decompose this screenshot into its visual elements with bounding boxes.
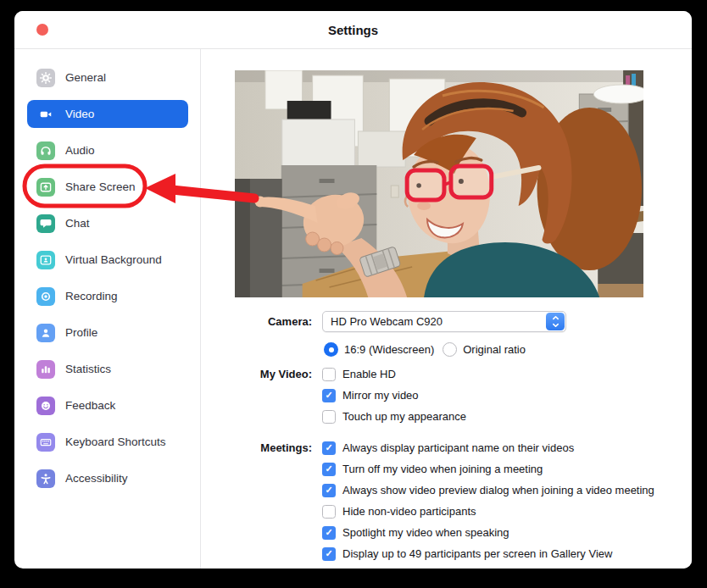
camera-select-value: HD Pro Webcam C920: [331, 315, 443, 328]
sidebar-item-label: Audio: [65, 144, 95, 157]
checkbox-row-touch-up-my-appearance[interactable]: Touch up my appearance: [322, 406, 466, 427]
virtual-background-icon: [36, 251, 55, 269]
headphones-icon: [36, 141, 55, 160]
camera-label: Camera:: [201, 311, 319, 332]
title-bar: Settings: [14, 11, 692, 49]
sidebar-item-label: General: [65, 71, 106, 84]
record-icon: [36, 287, 55, 306]
sidebar-item-label: Accessibility: [65, 472, 128, 485]
checkbox[interactable]: [322, 484, 336, 497]
checkbox[interactable]: [322, 389, 336, 402]
chat-bubble-icon: [36, 214, 55, 233]
checkbox-row-always-display-participant-name[interactable]: Always display participant name on their…: [322, 437, 654, 458]
meetings-group: Meetings: Always display participant nam…: [201, 437, 691, 564]
accessibility-icon: [36, 469, 55, 488]
checkbox-row-turn-off-my-video[interactable]: Turn off my video when joining a meeting: [322, 458, 654, 480]
close-button[interactable]: [36, 24, 48, 36]
checkbox-row-spotlight-my-video[interactable]: Spotlight my video when speaking: [322, 522, 654, 543]
sidebar-item-audio[interactable]: Audio: [27, 136, 188, 164]
sidebar-item-label: Keyboard Shortcuts: [65, 435, 166, 448]
sidebar-item-label: Chat: [65, 217, 90, 230]
sidebar-item-profile[interactable]: Profile: [27, 319, 188, 347]
checkbox[interactable]: [322, 526, 336, 540]
webcam-preview: [235, 70, 643, 297]
sidebar-item-keyboard-shortcuts[interactable]: Keyboard Shortcuts: [27, 428, 188, 456]
popup-stepper-icon[interactable]: [546, 313, 565, 330]
sidebar-item-label: Statistics: [65, 363, 111, 375]
sidebar-item-label: Profile: [65, 326, 97, 339]
checkbox-row-hide-non-video-participants[interactable]: Hide non-video participants: [322, 501, 654, 522]
gear-icon: [36, 69, 55, 87]
webcam-preview-image: [235, 70, 643, 297]
sidebar-item-statistics[interactable]: Statistics: [27, 355, 188, 383]
window-title: Settings: [328, 23, 378, 37]
checkbox[interactable]: [322, 368, 336, 381]
sidebar: General Video Audio Share Screen Chat: [14, 49, 201, 569]
sidebar-item-label: Virtual Background: [65, 253, 162, 266]
sidebar-item-label: Recording: [65, 290, 118, 302]
share-screen-icon: [36, 178, 55, 197]
aspect-ratio-row: 16:9 (Widescreen) Original ratio: [201, 342, 691, 358]
camera-row: Camera: HD Pro Webcam C920: [201, 311, 691, 332]
sidebar-item-label: Video: [65, 108, 94, 120]
screen: Settings General Video Audio Share: [0, 0, 707, 588]
checkbox-row-enable-hd[interactable]: Enable HD: [322, 363, 466, 385]
camera-select[interactable]: HD Pro Webcam C920: [322, 311, 566, 332]
meetings-label: Meetings:: [201, 437, 319, 458]
checkbox[interactable]: [322, 505, 336, 519]
checkbox-row-mirror-my-video[interactable]: Mirror my video: [322, 385, 466, 406]
sidebar-item-feedback[interactable]: Feedback: [27, 391, 188, 419]
radio-16-9-widescreen[interactable]: [324, 342, 338, 357]
sidebar-item-video[interactable]: Video: [27, 100, 188, 128]
my-video-group: My Video: Enable HD Mirror my video: [201, 363, 691, 427]
checkbox-row-display-49-participants[interactable]: Display up to 49 participants per screen…: [322, 543, 654, 564]
profile-icon: [36, 324, 55, 342]
sidebar-item-label: Feedback: [65, 399, 115, 412]
checkbox[interactable]: [322, 410, 336, 424]
checkbox-row-always-show-video-preview[interactable]: Always show video preview dialog when jo…: [322, 480, 654, 501]
radio-original-ratio[interactable]: [443, 342, 457, 357]
sidebar-item-label: Share Screen: [65, 180, 136, 193]
checkbox[interactable]: [322, 547, 336, 561]
settings-window: Settings General Video Audio Share: [14, 11, 692, 569]
my-video-label: My Video:: [201, 363, 319, 385]
checkbox[interactable]: [322, 463, 336, 476]
keyboard-icon: [36, 433, 55, 452]
sidebar-item-chat[interactable]: Chat: [27, 209, 188, 237]
video-camera-icon: [36, 105, 55, 124]
sidebar-item-general[interactable]: General: [27, 64, 188, 92]
video-settings-form: Camera: HD Pro Webcam C920: [201, 311, 691, 564]
sidebar-item-recording[interactable]: Recording: [27, 282, 188, 310]
sidebar-item-accessibility[interactable]: Accessibility: [27, 464, 188, 492]
video-settings-panel: Camera: HD Pro Webcam C920: [201, 49, 692, 569]
sidebar-item-virtual-background[interactable]: Virtual Background: [27, 246, 188, 274]
sidebar-item-share-screen[interactable]: Share Screen: [27, 173, 188, 201]
bar-chart-icon: [36, 360, 55, 379]
checkbox[interactable]: [322, 441, 336, 455]
smiley-icon: [36, 397, 55, 415]
